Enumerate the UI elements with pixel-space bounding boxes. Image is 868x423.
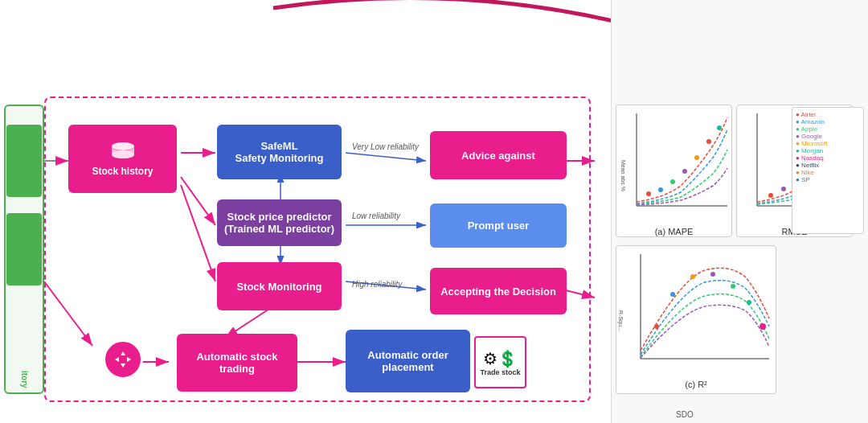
r2-chart: R-Squ... (c) R² (616, 245, 776, 394)
svg-point-33 (717, 125, 722, 130)
system-block-bottom (6, 213, 42, 285)
database-icon (110, 142, 136, 164)
svg-point-37 (768, 193, 773, 198)
stock-monitoring-block: Stock Monitoring (217, 262, 342, 310)
svg-point-51 (760, 323, 766, 330)
svg-text:R-Squ...: R-Squ... (617, 310, 624, 331)
svg-point-47 (690, 274, 695, 279)
outer-system-label: itory (20, 371, 29, 388)
very-low-reliability-label: Very Low reliability (352, 142, 419, 151)
mape-chart: Mean abs % (a) MAPE (616, 105, 732, 237)
svg-marker-23 (115, 357, 119, 362)
svg-text:Mean abs %: Mean abs % (620, 160, 626, 191)
stock-predictor-block: Stock price predictor(Trained ML predict… (217, 199, 342, 246)
trade-stock-block: ⚙💲 Trade stock (474, 336, 526, 388)
nav-arrows-icon (112, 348, 134, 371)
prompt-user-block: Prompt user (430, 203, 567, 248)
advice-against-block: Advice against (430, 131, 567, 179)
svg-marker-22 (121, 363, 125, 368)
accepting-block: Accepting the Decision (430, 268, 567, 314)
charts-area: Mean abs % (a) MAPE RMSE ● Airtel ● Amaz… (611, 0, 868, 423)
stock-monitoring-label: Stock Monitoring (236, 281, 321, 293)
mape-chart-title: (a) MAPE (616, 227, 731, 236)
svg-point-49 (731, 284, 735, 289)
auto-trading-block: Automatic stocktrading (177, 334, 297, 392)
svg-point-32 (706, 139, 711, 144)
auto-trading-label: Automatic stocktrading (196, 351, 277, 375)
svg-point-28 (658, 187, 663, 192)
svg-point-31 (694, 155, 699, 160)
low-reliability-label: Low reliability (352, 212, 400, 220)
svg-marker-21 (121, 351, 125, 355)
svg-point-50 (747, 300, 751, 305)
safeml-block: SafeMLSafety Monitoring (217, 125, 342, 179)
mape-chart-svg: Mean abs % (616, 105, 733, 222)
svg-point-46 (670, 292, 675, 297)
svg-point-19 (112, 142, 134, 150)
system-block-top (6, 125, 42, 197)
r2-chart-title: (c) R² (616, 380, 776, 389)
high-reliability-label: High reliability (352, 280, 402, 289)
auto-order-label: Automatic orderplacement (367, 349, 448, 373)
stock-history-label: Stock history (92, 166, 153, 177)
trade-stock-label: Trade stock (480, 368, 520, 376)
svg-point-45 (654, 324, 659, 329)
stock-predictor-label: Stock price predictor(Trained ML predict… (224, 211, 334, 235)
svg-marker-24 (127, 357, 131, 362)
advice-against-label: Advice against (461, 150, 535, 162)
stock-history-block: Stock history (68, 125, 177, 193)
r2-chart-svg: R-Squ... (616, 246, 777, 375)
accepting-label: Accepting the Decision (440, 285, 556, 298)
prompt-user-label: Prompt user (468, 220, 530, 232)
chart-legend: ● Airtel ● Amazon ● Apple ● Google ● Mic… (792, 107, 864, 234)
svg-point-20 (112, 150, 134, 158)
svg-point-48 (710, 272, 715, 277)
safeml-label: SafeMLSafety Monitoring (235, 140, 324, 164)
svg-point-30 (682, 169, 687, 174)
x-axis-label: SDO (676, 410, 694, 419)
svg-point-29 (670, 179, 675, 184)
svg-point-38 (781, 187, 786, 191)
auto-order-block: Automatic orderplacement (346, 330, 470, 392)
circular-nav-icon (103, 339, 143, 380)
svg-point-27 (646, 191, 651, 196)
